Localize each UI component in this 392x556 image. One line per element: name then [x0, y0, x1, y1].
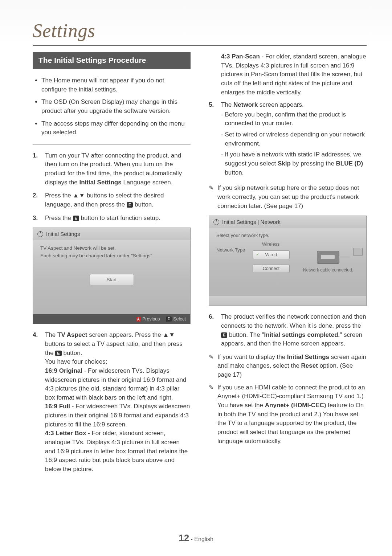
tip-anynet: ✎ If you use an HDMI cable to connect th…	[209, 383, 367, 446]
step-body: Turn on your TV after connecting the pro…	[45, 151, 191, 187]
note-box: The Home menu will not appear if you do …	[33, 74, 191, 145]
step-6: 6. The product verifies the network conn…	[209, 312, 367, 348]
step-number: 6.	[209, 312, 221, 348]
enter-button-icon: E	[55, 351, 61, 356]
document-page: Settings The Initial Settings Procedure …	[0, 0, 392, 556]
note-icon: ✎	[209, 383, 217, 446]
enter-button-icon: E	[127, 202, 133, 208]
tip-skip-network: ✎ If you skip network setup here or the …	[209, 184, 367, 210]
title-rule	[33, 45, 367, 46]
note-item: The Home menu will not appear if you do …	[41, 76, 189, 94]
osd-line: TV Aspect and Network will be set.	[40, 245, 183, 252]
osd-header: Initial Settings	[33, 228, 190, 240]
right-column: 4:3 Pan-Scan - For older, standard scree…	[209, 52, 367, 478]
osd-initial-settings: Initial Settings TV Aspect and Network w…	[33, 228, 191, 324]
note-icon: ✎	[209, 184, 217, 210]
osd-body: Select your network type. Network Type W…	[209, 228, 366, 296]
step-4-block: 4. The TV Aspect screen appears. Press t…	[33, 331, 191, 474]
section-banner: The Initial Settings Procedure	[33, 52, 191, 69]
step-number: 5.	[209, 101, 221, 179]
step-1: 1. Turn on your TV after connecting the …	[33, 151, 191, 187]
osd-previous-hint: A Previous	[136, 316, 160, 322]
step4-continued: 4:3 Pan-Scan - For older, standard scree…	[209, 52, 367, 97]
power-icon	[213, 219, 219, 225]
osd-network-left: Select your network type. Network Type W…	[216, 233, 290, 291]
network-type-label: Network Type	[216, 247, 249, 253]
enter-button-icon: E	[166, 316, 172, 322]
router-icon	[317, 251, 339, 264]
osd-body: TV Aspect and Network will be set. Each …	[33, 240, 190, 314]
note-icon: ✎	[209, 353, 217, 380]
tip-reset: ✎ If you want to display the Initial Set…	[209, 353, 367, 380]
dash-item: Set to wired or wireless depending on yo…	[221, 130, 367, 148]
dash-item: Before you begin, confirm that the produ…	[221, 110, 367, 128]
page-title: Settings	[33, 20, 367, 41]
osd-title: Initial Settings	[46, 231, 80, 237]
step-body: The TV Aspect screen appears. Press the …	[45, 331, 191, 474]
network-option-wireless[interactable]: Wireless	[253, 240, 289, 248]
step-body: Press the E button to start function set…	[45, 214, 191, 223]
osd-header: Initial Settings | Network	[209, 216, 366, 228]
step-number: 1.	[33, 151, 45, 187]
left-column: The Initial Settings Procedure The Home …	[33, 52, 191, 478]
osd-footer: A Previous E Select	[33, 314, 190, 324]
osd-network-settings: Initial Settings | Network Select your n…	[209, 216, 367, 306]
note-item: The OSD (On Screen Display) may change i…	[41, 98, 189, 115]
modem-icon	[353, 248, 363, 256]
enter-button-icon: E	[73, 216, 79, 221]
step-2: 2. Press the ▲▼ buttons to select the de…	[33, 191, 191, 209]
power-icon	[37, 231, 43, 237]
a-key-icon: A	[136, 317, 141, 322]
osd-footer-bar	[209, 296, 366, 306]
step-5-block: 5. The Network screen appears. Before yo…	[209, 101, 367, 179]
step-body: Press the ▲▼ buttons to select the desir…	[45, 191, 191, 209]
network-option-wired[interactable]: Wired	[253, 250, 290, 259]
step-5: 5. The Network screen appears. Before yo…	[209, 101, 367, 179]
two-column-layout: The Initial Settings Procedure The Home …	[33, 52, 367, 478]
step5-sublist: Before you begin, confirm that the produ…	[221, 110, 367, 177]
network-status: Network cable connected.	[303, 267, 353, 273]
note-item: The access steps may differ depending on…	[41, 119, 189, 137]
step-body: The Network screen appears. Before you b…	[221, 101, 367, 179]
step-6-block: 6. The product verifies the network conn…	[209, 312, 367, 348]
network-type-row: Network Type Wireless Wired	[216, 240, 290, 259]
step-number: 4.	[33, 331, 45, 474]
connect-button[interactable]: Connect	[253, 264, 290, 273]
step-number: 2.	[33, 191, 45, 209]
enter-button-icon: E	[221, 332, 227, 338]
step-3: 3. Press the E button to start function …	[33, 214, 191, 223]
osd-network-right: Network cable connected.	[297, 233, 359, 291]
network-type-options: Wireless Wired	[253, 240, 290, 259]
osd-prompt: Select your network type.	[216, 233, 290, 238]
page-number: 12 - English	[0, 532, 392, 544]
ordered-steps: 1. Turn on your TV after connecting the …	[33, 151, 191, 222]
osd-title: Initial Settings | Network	[222, 219, 281, 225]
step-body: The product verifies the network connect…	[221, 312, 367, 348]
osd-line: Each setting may be changed later under …	[40, 252, 183, 259]
step-4: 4. The TV Aspect screen appears. Press t…	[33, 331, 191, 474]
step-number: 3.	[33, 214, 45, 223]
osd-start-button[interactable]: Start	[90, 274, 134, 286]
osd-select-hint: E Select	[166, 316, 186, 322]
dash-item: If you have a network with static IP add…	[221, 150, 367, 177]
